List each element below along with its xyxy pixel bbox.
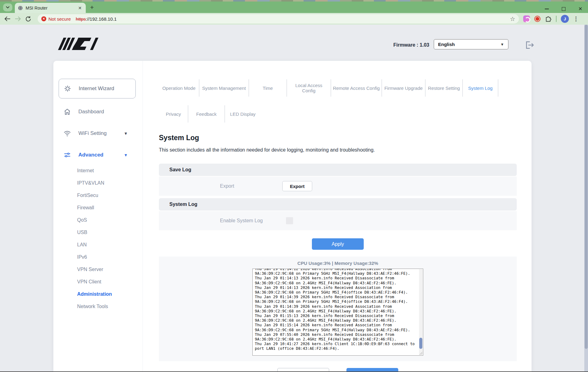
save-log-section-header: Save Log	[159, 164, 517, 176]
sidebar-item-internet[interactable]: Internet	[53, 165, 143, 177]
logout-button[interactable]	[524, 40, 534, 50]
log-text: Thu Jan 29 01:14:12 2026 kern.info Recei…	[255, 269, 417, 351]
tab-time[interactable]: Time	[249, 86, 287, 91]
tab-privacy[interactable]: Privacy	[159, 111, 188, 117]
tab-close-icon[interactable]: ✕	[77, 6, 83, 10]
page-scrollbar[interactable]	[584, 25, 588, 372]
log-scrollbar[interactable]	[419, 269, 423, 355]
forward-button[interactable]	[15, 16, 25, 22]
home-icon	[64, 108, 71, 115]
sidebar-item-vpn-client[interactable]: VPN Client	[53, 276, 143, 288]
sidebar-item-label: WiFi Setting	[78, 130, 107, 136]
export-label: Export	[220, 183, 234, 189]
sidebar-item-vpn-server[interactable]: VPN Server	[53, 263, 143, 276]
back-button[interactable]	[4, 16, 15, 22]
export-button[interactable]: Export	[282, 181, 312, 191]
browser-menu-icon[interactable]: ⋮	[573, 15, 579, 22]
tab-restore-setting[interactable]: Restore Setting	[425, 86, 462, 91]
url-rest: ://192.168.10.1	[86, 16, 117, 22]
sidebar-item-fortisecu[interactable]: FortiSecu	[53, 189, 143, 202]
browser-tab[interactable]: MSI Router ✕	[15, 3, 86, 13]
apply-button[interactable]: Apply	[312, 238, 364, 250]
bookmark-star-icon[interactable]: ☆	[510, 15, 515, 23]
resize-grip-icon[interactable]	[419, 352, 422, 355]
tab-led-display[interactable]: LED Display	[225, 111, 261, 117]
not-secure-icon: ✕	[41, 16, 46, 21]
screen: MSI Router ✕ + ✕ ✕ Not secure	[0, 0, 588, 372]
language-select[interactable]: English ▼	[434, 39, 508, 49]
toolbar-divider	[556, 16, 557, 22]
export-row: Export Export	[159, 177, 517, 196]
language-value: English	[438, 42, 455, 47]
forward-arrow-icon	[15, 16, 21, 22]
main-content: Operation Mode System Management Time Lo…	[143, 61, 532, 372]
admin-tabs-row2: Privacy Feedback LED Display	[159, 105, 517, 123]
gear-icon	[64, 85, 71, 92]
browser-toolbar: ✕ Not secure https://192.168.10.1 ☆ J ⋮	[0, 13, 588, 25]
chevron-down-icon: ▼	[124, 153, 128, 157]
sidebar-item-administration[interactable]: Administration	[53, 288, 143, 300]
chevron-down-icon: ▼	[124, 131, 128, 136]
reload-icon	[25, 16, 31, 22]
profile-avatar[interactable]: J	[561, 15, 569, 23]
tab-title: MSI Router	[26, 6, 77, 10]
back-arrow-icon	[4, 16, 10, 22]
system-log-section-header: System Log	[159, 198, 517, 211]
tab-system-management[interactable]: System Management	[199, 86, 249, 91]
wifi-icon	[64, 130, 71, 137]
sidebar-item-advanced[interactable]: Advanced ▼	[53, 148, 143, 161]
tab-remote-access-config[interactable]: Remote Access Config	[331, 86, 382, 91]
page-description: This section includes all the informatio…	[159, 147, 517, 153]
tab-operation-mode[interactable]: Operation Mode	[159, 86, 199, 91]
globe-favicon-icon	[18, 6, 23, 10]
enable-system-log-row: Enable System Log	[159, 211, 517, 230]
sidebar-item-label: Internet Wizard	[79, 86, 114, 92]
window-maximize-button[interactable]	[562, 7, 565, 11]
page-title: System Log	[159, 134, 517, 142]
system-log-textarea[interactable]: Thu Jan 29 01:14:12 2026 kern.info Recei…	[252, 269, 423, 356]
sidebar-item-internet-wizard[interactable]: Internet Wizard	[59, 79, 136, 98]
tab-system-log[interactable]: System Log	[463, 86, 498, 91]
sidebar-item-qos[interactable]: QoS	[53, 214, 143, 226]
sidebar-item-network-tools[interactable]: Network Tools	[53, 300, 143, 313]
sidebar-item-usb[interactable]: USB	[53, 226, 143, 239]
enable-system-log-checkbox[interactable]	[286, 217, 293, 224]
extensions-puzzle-icon[interactable]	[545, 15, 552, 22]
sidebar-item-dashboard[interactable]: Dashboard	[53, 105, 143, 118]
sidebar-item-iptv-vlan[interactable]: IPTV&VLAN	[53, 177, 143, 189]
window-minimize-button[interactable]	[545, 9, 549, 9]
admin-tabs-row1: Operation Mode System Management Time Lo…	[159, 79, 517, 97]
chevron-down-icon	[6, 6, 10, 9]
tab-separator	[498, 79, 498, 97]
page-scrollbar-thumb[interactable]	[585, 25, 588, 349]
log-scrollbar-thumb[interactable]	[419, 338, 422, 349]
sliders-icon	[64, 151, 71, 159]
sidebar-item-ipv6[interactable]: IPv6	[53, 251, 143, 263]
security-badge[interactable]: ✕ Not secure	[41, 16, 71, 22]
reload-button[interactable]	[25, 16, 36, 22]
record-extension-icon[interactable]	[534, 16, 540, 22]
content-card: Internet Wizard Dashboard WiFi Sett	[53, 61, 532, 372]
logout-icon	[524, 40, 534, 50]
sidebar: Internet Wizard Dashboard WiFi Sett	[53, 61, 143, 372]
new-tab-button[interactable]: +	[90, 4, 94, 10]
url-bar[interactable]: ✕ Not secure https://192.168.10.1 ☆	[38, 14, 519, 23]
usage-status-text: CPU Usage:3% | Memory Usage:32%	[159, 261, 517, 266]
firmware-version: Firmware : 1.03	[393, 42, 429, 48]
tab-local-access-config[interactable]: Local Access Config	[287, 83, 331, 93]
extension-purple-icon[interactable]	[523, 15, 530, 22]
sidebar-item-wifi-setting[interactable]: WiFi Setting ▼	[53, 127, 143, 140]
tab-firmware-upgrade[interactable]: Firmware Upgrade	[382, 86, 425, 91]
sidebar-item-firewall[interactable]: Firewall	[53, 202, 143, 214]
tab-search-button[interactable]	[3, 3, 12, 11]
window-close-button[interactable]: ✕	[578, 6, 582, 11]
tab-feedback[interactable]: Feedback	[188, 111, 225, 117]
apply-row: Apply	[159, 238, 517, 250]
select-caret-icon: ▼	[500, 42, 504, 47]
sidebar-item-label: Advanced	[78, 152, 103, 158]
msi-logo	[58, 37, 100, 51]
sidebar-item-lan[interactable]: LAN	[53, 239, 143, 251]
not-secure-label: Not secure	[48, 16, 71, 22]
url-scheme: https	[76, 16, 86, 22]
sidebar-item-label: Dashboard	[78, 109, 104, 115]
